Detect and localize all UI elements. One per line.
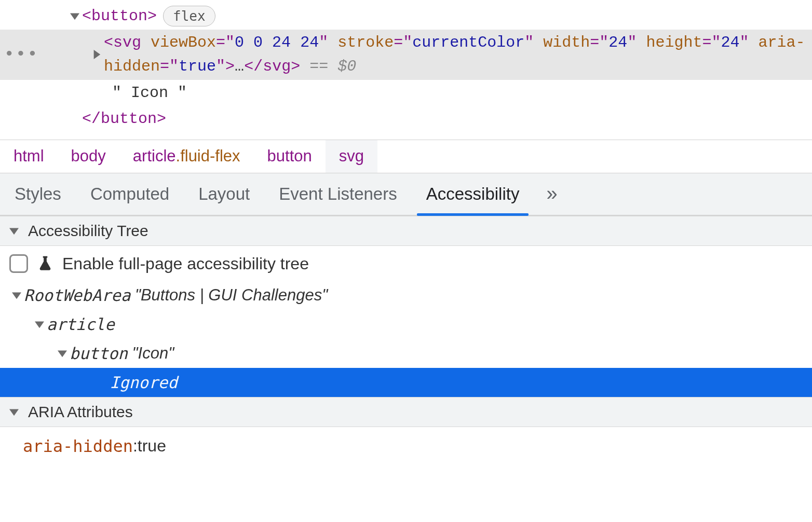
section-toggle-icon[interactable] <box>9 226 24 236</box>
tab-layout[interactable]: Layout <box>184 173 264 215</box>
dom-node-button[interactable]: <button> flex <box>0 3 812 30</box>
tree-article[interactable]: article <box>0 310 812 339</box>
breadcrumb-html[interactable]: html <box>0 140 58 173</box>
expand-toggle-icon[interactable] <box>67 11 82 21</box>
tree-ignored[interactable]: Ignored <box>0 368 812 397</box>
enable-checkbox[interactable] <box>9 254 28 273</box>
tree-button[interactable]: button "Icon" <box>0 339 812 368</box>
tree-toggle-icon[interactable] <box>55 349 70 358</box>
button-close-tag: </button> <box>82 107 166 131</box>
breadcrumb: html body article.fluid-flex button svg <box>0 140 812 173</box>
tabs-overflow-icon[interactable]: » <box>534 183 570 205</box>
breadcrumb-button[interactable]: button <box>254 140 326 173</box>
accessibility-tree-body: Enable full-page accessibility tree Root… <box>0 246 812 397</box>
flex-badge[interactable]: flex <box>163 6 215 26</box>
expand-toggle-icon[interactable] <box>89 50 104 59</box>
tree-root[interactable]: RootWebArea "Buttons | GUI Challenges" <box>0 281 812 310</box>
tab-computed[interactable]: Computed <box>76 173 184 215</box>
selected-node-ref: == $0 <box>309 58 356 75</box>
tree-toggle-icon[interactable] <box>9 291 24 300</box>
dom-node-button-close[interactable]: </button> <box>0 106 812 132</box>
svg-marker-2 <box>9 228 19 235</box>
text-node-value: " Icon " <box>112 81 187 105</box>
gutter-selected[interactable]: ••• <box>5 41 37 68</box>
svg-marker-1 <box>94 50 101 59</box>
svg-marker-4 <box>35 321 44 328</box>
tab-event-listeners[interactable]: Event Listeners <box>264 173 411 215</box>
breadcrumb-article[interactable]: article.fluid-flex <box>119 140 254 173</box>
button-open-tag: <button> <box>82 4 157 29</box>
svg-element-code: <svg viewBox="0 0 24 24" stroke="current… <box>104 31 812 79</box>
section-accessibility-tree[interactable]: Accessibility Tree <box>0 216 812 246</box>
svg-marker-3 <box>12 292 21 299</box>
enable-full-page-tree-row: Enable full-page accessibility tree <box>0 249 812 281</box>
svg-marker-6 <box>9 409 19 416</box>
breadcrumb-body[interactable]: body <box>58 140 119 173</box>
breadcrumb-svg[interactable]: svg <box>326 140 377 173</box>
section-toggle-icon[interactable] <box>9 407 24 417</box>
aria-attr-name: aria-hidden <box>23 436 133 456</box>
dom-tree: <button> flex ••• <svg viewBox="0 0 24 2… <box>0 0 812 140</box>
experiment-beaker-icon <box>36 255 54 272</box>
section-aria-attributes[interactable]: ARIA Attributes <box>0 397 812 427</box>
tree-toggle-icon[interactable] <box>32 320 47 329</box>
dom-node-svg[interactable]: ••• <svg viewBox="0 0 24 24" stroke="cur… <box>0 30 812 80</box>
aria-attr-value: true <box>138 436 166 456</box>
section-title: Accessibility Tree <box>28 222 148 240</box>
svg-marker-0 <box>70 13 79 20</box>
ellipsis-icon[interactable]: ••• <box>4 41 38 68</box>
section-title: ARIA Attributes <box>28 403 133 421</box>
enable-label: Enable full-page accessibility tree <box>62 254 309 273</box>
aria-attribute-row: aria-hidden: true <box>0 427 812 465</box>
side-panel-tabs: Styles Computed Layout Event Listeners A… <box>0 173 812 216</box>
tab-accessibility[interactable]: Accessibility <box>412 173 534 215</box>
dom-text-node[interactable]: " Icon " <box>0 80 812 106</box>
tab-styles[interactable]: Styles <box>0 173 76 215</box>
svg-marker-5 <box>58 350 67 357</box>
